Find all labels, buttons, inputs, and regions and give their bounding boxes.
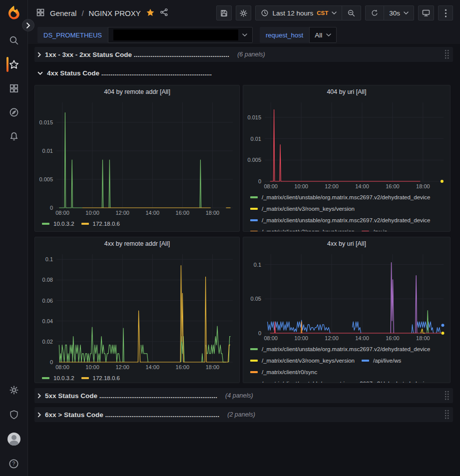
legend-item[interactable]: /_matrix/client/v3/room_keys/version <box>250 203 355 214</box>
dashboard-row-5xx[interactable]: 5xx Status Code ........................… <box>34 388 453 403</box>
dashboard-settings-button[interactable] <box>236 5 251 20</box>
svg-text:0.05: 0.05 <box>251 296 261 302</box>
legend-item[interactable]: /_matrix/client/unstable/org.matrix.msc2… <box>250 191 431 203</box>
breadcrumb-title[interactable]: NGINX PROXY <box>89 9 141 17</box>
dashboards-grid-icon <box>36 8 45 18</box>
chart-404-by-uri[interactable]: 00.0050.010.01508:0010:0012:0014:0016:00… <box>245 99 449 190</box>
row-title[interactable]: 1xx - 3xx - 2xx Status Code ............… <box>45 51 229 58</box>
legend-item[interactable]: /_matrix/client/v3/room_keys/version <box>250 355 355 366</box>
row-drag-handle[interactable] <box>445 410 449 419</box>
svg-text:16:00: 16:00 <box>386 335 400 341</box>
sidebar-item-search[interactable] <box>0 33 28 48</box>
sidebar-item-configuration[interactable] <box>0 383 28 398</box>
panel-404-by-remote-addr: 404 by remote addr [All] 00.0050.010.015… <box>34 85 240 232</box>
svg-text:0.04: 0.04 <box>42 318 53 324</box>
refresh-interval-dropdown[interactable]: 30s <box>384 6 414 20</box>
legend-label: /_matrix/client/v3/room_keys/version <box>262 229 355 232</box>
row-drag-handle[interactable] <box>445 391 449 400</box>
legend-item[interactable]: /_matrix/client/v3/room_keys/version <box>250 226 355 232</box>
legend-label: 172.18.0.6 <box>93 375 120 381</box>
grafana-logo[interactable] <box>5 4 23 22</box>
panel-title[interactable]: 4xx by remote addr [All] <box>35 237 239 250</box>
legend-swatch <box>250 196 258 198</box>
row-panel-count: (4 panels) <box>225 392 253 399</box>
row-title[interactable]: 4xx Status Code ........................… <box>47 69 212 77</box>
chart-4xx-by-uri[interactable]: 00.050.108:0010:0012:0014:0016:0018:00 <box>245 251 449 342</box>
panel-title[interactable]: 404 by uri [All] <box>243 85 450 98</box>
legend-label: /_matrix/client/unstable/org.matrix.msc2… <box>262 217 431 223</box>
dashboard-row-1xx-3xx-2xx[interactable]: 1xx - 3xx - 2xx Status Code ............… <box>34 47 453 62</box>
svg-text:0.015: 0.015 <box>247 114 261 120</box>
time-zoom-out-button[interactable] <box>342 6 361 20</box>
breadcrumb: General / NGINX PROXY <box>36 8 168 18</box>
sidebar-item-explore[interactable] <box>0 105 28 120</box>
svg-text:12:00: 12:00 <box>325 183 339 189</box>
favorite-star-icon[interactable] <box>146 8 155 18</box>
panel-title[interactable]: 4xx by uri [All] <box>243 237 450 250</box>
legend-swatch <box>362 360 369 362</box>
svg-text:0: 0 <box>258 330 261 336</box>
avatar <box>7 433 20 446</box>
time-range-picker[interactable]: Last 12 hours CST <box>256 6 342 20</box>
chevron-down-icon <box>37 71 43 75</box>
legend-swatch <box>250 371 258 373</box>
main-area: General / NGINX PROXY <box>28 0 460 476</box>
app-window: ? General / NGINX PROXY <box>0 0 460 476</box>
breadcrumb-section[interactable]: General <box>50 9 76 17</box>
legend-item[interactable]: /_matrix/client/unstable/org.matrix.msc2… <box>250 214 431 226</box>
svg-text:16:00: 16:00 <box>386 183 400 189</box>
svg-text:0: 0 <box>50 359 53 365</box>
gear-icon <box>239 9 248 17</box>
legend-label: /_matrix/client/v3/room_keys/version <box>262 358 355 364</box>
search-icon <box>9 35 19 45</box>
chevron-down-icon <box>242 33 247 37</box>
sidebar-item-profile[interactable] <box>0 432 28 447</box>
row-title[interactable]: 6xx > Status Code ......................… <box>45 411 219 419</box>
refresh-button[interactable] <box>366 6 384 20</box>
legend-item[interactable]: /_matrix/client/r0/sync <box>250 366 317 378</box>
panel-title[interactable]: 404 by remote addr [All] <box>35 85 239 98</box>
svg-text:14:00: 14:00 <box>146 210 160 216</box>
sidebar-expand-button[interactable] <box>22 19 34 31</box>
legend-swatch <box>81 377 89 379</box>
more-options-button[interactable] <box>438 5 453 20</box>
sidebar-item-server-admin[interactable] <box>0 407 28 422</box>
row-title[interactable]: 5xx Status Code ........................… <box>45 392 217 400</box>
svg-text:10:00: 10:00 <box>294 183 308 189</box>
legend-item[interactable]: /_matrix/client/unstable/org.matrix.msc2… <box>250 343 431 355</box>
legend-item[interactable]: /sw.js <box>362 226 387 232</box>
sidebar-item-starred[interactable] <box>0 57 28 72</box>
chart-4xx-by-remote-addr[interactable]: 00.020.040.060.080.108:0010:0012:0014:00… <box>36 251 238 371</box>
row-drag-handle[interactable] <box>445 50 449 59</box>
share-icon[interactable] <box>160 8 168 18</box>
legend-item[interactable]: /api/live/ws <box>362 355 401 366</box>
dashboard-row-4xx[interactable]: 4xx Status Code ........................… <box>34 66 453 80</box>
panel-4xx-by-remote-addr: 4xx by remote addr [All] 00.020.040.060.… <box>34 237 240 383</box>
dashboard-row-6xx[interactable]: 6xx > Status Code ......................… <box>34 407 453 422</box>
svg-text:0.06: 0.06 <box>42 298 53 304</box>
sidebar-item-dashboards[interactable] <box>0 81 28 96</box>
svg-text:18:00: 18:00 <box>206 210 220 216</box>
save-dashboard-button[interactable] <box>216 5 232 20</box>
sidebar-item-help[interactable]: ? <box>0 456 28 471</box>
kebab-menu-icon <box>445 9 447 17</box>
legend-item[interactable]: 10.0.3.2 <box>42 218 74 229</box>
variable-select-ds[interactable] <box>108 27 253 43</box>
chart-404-by-remote-addr[interactable]: 00.0050.010.01508:0010:0012:0014:0016:00… <box>36 99 238 217</box>
svg-text:18:00: 18:00 <box>416 183 430 189</box>
svg-text:08:00: 08:00 <box>264 183 278 189</box>
svg-text:12:00: 12:00 <box>325 335 339 341</box>
sidebar-item-alerting[interactable] <box>0 129 28 144</box>
chevron-down-icon <box>326 33 331 37</box>
legend-item[interactable]: 172.18.0.6 <box>81 372 120 383</box>
variable-select-request-host[interactable]: All <box>309 27 337 43</box>
legend-item[interactable]: 172.18.0.6 <box>81 218 120 229</box>
dashboard-variables-bar: DS_PROMETHEUS request_host All <box>28 26 460 44</box>
legend-item[interactable]: /_matrix/client/unstable/org.matrix.msc2… <box>250 378 431 383</box>
header-actions: Last 12 hours CST 30s <box>216 5 453 20</box>
legend-label: /_matrix/client/v3/room_keys/version <box>262 206 355 212</box>
compass-icon <box>9 107 19 117</box>
legend-item[interactable]: 10.0.3.2 <box>42 372 74 383</box>
kiosk-mode-button[interactable] <box>418 5 434 20</box>
dashboards-grid-icon <box>9 83 19 93</box>
